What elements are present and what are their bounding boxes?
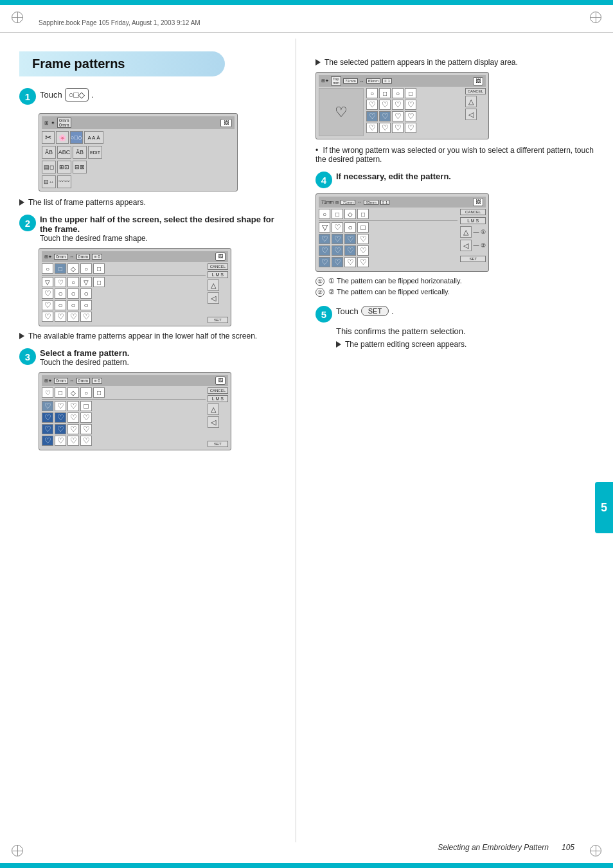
bullet-2: The available frame patterns appear in t… — [19, 332, 276, 341]
step-1-instruction: Touch ○□◇ . — [40, 88, 94, 102]
bullet-step5: The pattern editing screen appears. — [336, 340, 594, 349]
step-4-circle: 4 — [315, 172, 332, 188]
arrow-icon-step5 — [336, 341, 341, 348]
corner-mark-tr — [590, 12, 601, 23]
step-4-text: If necessary, edit the pattern. — [336, 172, 451, 181]
screen-step2: ⊞✦ 0mm ↔ 0mm ≡ 0 🖼 ○ □ ◇ ○ □ — [39, 248, 231, 326]
step-3-row: 3 Select a frame pattern. Touch the desi… — [19, 348, 276, 367]
page-footer: Selecting an Embroidery Pattern 105 — [438, 843, 574, 852]
note-flip-h: ① ① The pattern can be flipped horizonat… — [315, 277, 594, 286]
step-5-instruction: Touch SET . — [336, 306, 394, 316]
step-1-text: Touch — [40, 90, 62, 100]
step-5-circle: 5 — [315, 306, 332, 323]
note-wrong-text: If the wrong pattern was selected or you… — [315, 146, 594, 164]
step-2-label: 2 — [25, 218, 30, 229]
page-title: Frame patterns — [32, 57, 212, 71]
flip-h-btn-screen4[interactable]: △ — [460, 226, 472, 238]
flip-v-btn-screen3[interactable]: ◁ — [208, 416, 219, 428]
bullet-right-1: The selected pattern appears in the patt… — [315, 58, 594, 67]
corner-mark-br — [590, 845, 601, 856]
step-5-confirm: This confirms the pattern selection. — [336, 326, 594, 336]
frame-patterns-header: Frame patterns — [19, 51, 225, 76]
bullet-step5-text: The pattern editing screen appears. — [345, 340, 466, 349]
step-3-normal: Touch the desired pattern. — [40, 358, 129, 367]
circle-1: ① — [315, 277, 324, 286]
arrow-icon-2 — [19, 333, 24, 339]
footer-text: Selecting an Embroidery Pattern — [438, 843, 549, 852]
step-1-label: 1 — [25, 91, 30, 102]
step-5-touch: Touch — [336, 306, 359, 316]
bullet-1-text: The list of frame patterns appears. — [28, 198, 146, 207]
step-3-bold: Select a frame pattern. — [40, 348, 129, 358]
top-bar — [0, 0, 613, 5]
step-5-row: 5 Touch SET . — [315, 306, 594, 323]
arrow-icon-1 — [19, 199, 24, 206]
step-3-text: Select a frame pattern. Touch the desire… — [40, 348, 129, 367]
cancel-btn-screen4[interactable]: CANCEL — [460, 209, 486, 215]
step-2-row: 2 In the upper half of the screen, selec… — [19, 215, 276, 243]
step-1-period: . — [91, 90, 94, 100]
bottom-bar — [0, 863, 613, 868]
bullet-2-text: The available frame patterns appear in t… — [28, 332, 257, 341]
flip-h-btn-screen3[interactable]: △ — [208, 403, 219, 415]
note-wrong-pattern: • If the wrong pattern was selected or y… — [315, 146, 594, 164]
lms-btn-screen4[interactable]: L M S — [460, 217, 486, 224]
lms-btn-screen3[interactable]: L M S — [208, 395, 228, 402]
step-1-circle: 1 — [19, 88, 36, 105]
flip-v-btn-screen4[interactable]: ◁ — [460, 240, 472, 251]
step-3-circle: 3 — [19, 348, 36, 365]
corner-mark-bl — [12, 845, 23, 856]
step-5-confirm-text: This confirms the pattern selection. — [336, 326, 466, 336]
touch-icons: ○□◇ — [65, 88, 89, 102]
set-button-label[interactable]: SET — [361, 306, 389, 316]
step-2-circle: 2 — [19, 215, 36, 231]
screen-right-top: ⊞✦ Topmm 71mm ↔ 83mm ≡ 1 🖼 ♡ ○ □ ○ □ — [315, 72, 489, 139]
header-line — [0, 32, 613, 33]
note-flip-h-text: ① The pattern can be flipped horizonatal… — [328, 277, 462, 285]
corner-mark-tl — [12, 12, 23, 23]
step-2-text: In the upper half of the screen, select … — [40, 215, 276, 243]
step-5-period: . — [391, 306, 394, 316]
step-2-normal: Touch the desired frame shape. — [40, 234, 276, 243]
step-4-label: 4 — [321, 175, 326, 186]
arrow-icon-right-1 — [315, 59, 321, 66]
screen-step3: ⊞✦ 0mm ↔ 0mm ≡ 0 🖼 ♡ □ ◇ ○ □ — [39, 372, 231, 450]
left-column: Frame patterns 1 Touch ○□◇ . ⊞ ✦ 0mm0mm … — [0, 39, 296, 842]
step-4-row: 4 If necessary, edit the pattern. — [315, 172, 594, 188]
set-btn-screen4[interactable]: SET — [460, 256, 486, 262]
note-flip-v-text: ② The pattern can be flipped vertically. — [328, 288, 450, 296]
right-column: The selected pattern appears in the patt… — [296, 39, 613, 842]
note-flip-v: ② ② The pattern can be flipped verticall… — [315, 288, 594, 297]
circle-2: ② — [315, 288, 324, 297]
column-divider — [296, 39, 296, 842]
step-5-label: 5 — [321, 309, 326, 320]
page-number: 105 — [562, 843, 574, 852]
step-4-bold: If necessary, edit the pattern. — [336, 172, 451, 181]
step-3-label: 3 — [25, 351, 30, 362]
cancel-btn-screen3[interactable]: CANCEL — [208, 387, 228, 394]
header-filename: Sapphire.book Page 105 Friday, August 1,… — [39, 19, 200, 26]
screen-step4: 71mm ⊞ 71mm ↔ 83mm ≡ 1 🖼 ○ □ ◇ □ — [315, 193, 489, 272]
set-btn-screen3[interactable]: SET — [208, 441, 228, 447]
bullet-right-1-text: The selected pattern appears in the patt… — [324, 58, 518, 67]
step-1-row: 1 Touch ○□◇ . — [19, 88, 276, 109]
screen-step1: ⊞ ✦ 0mm0mm 🖼 ✂ 🌸 ○□◇ A A Ā — [39, 113, 238, 191]
bullet-1: The list of frame patterns appears. — [19, 198, 276, 207]
step-2-bold: In the upper half of the screen, select … — [40, 215, 276, 234]
content-area: Frame patterns 1 Touch ○□◇ . ⊞ ✦ 0mm0mm … — [0, 39, 613, 842]
